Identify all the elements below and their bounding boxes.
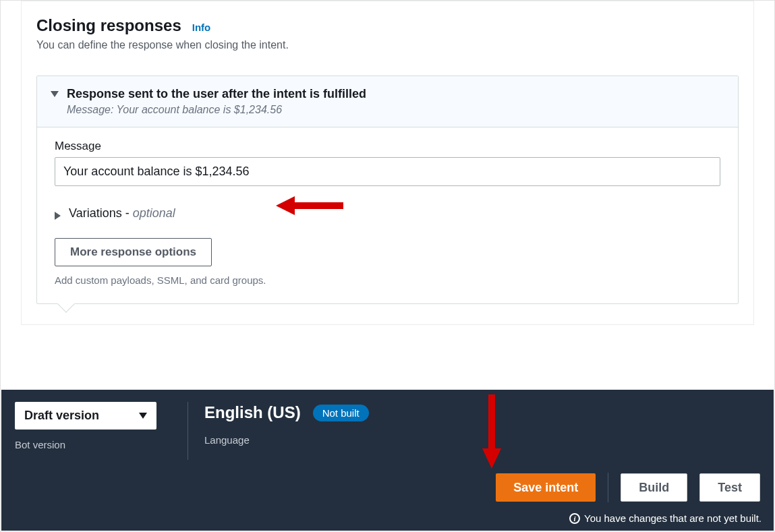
button-divider (608, 473, 608, 502)
response-card-header[interactable]: Response sent to the user after the inte… (37, 76, 738, 127)
footer-toolbar: Draft version Bot version English (US) N… (1, 390, 774, 531)
panel-title: Closing responses (36, 16, 181, 35)
variations-label: Variations - optional (69, 206, 175, 220)
test-button[interactable]: Test (699, 473, 760, 502)
more-options-hint: Add custom payloads, SSML, and card grou… (55, 274, 720, 286)
footer-divider (188, 402, 188, 460)
language-title: English (US) (204, 403, 301, 422)
variations-text: Variations - (69, 206, 133, 220)
panel-subtitle: You can define the response when closing… (36, 39, 739, 51)
status-text: You have changes that are not yet built. (584, 512, 762, 524)
build-status-badge: Not built (313, 405, 369, 421)
save-intent-button[interactable]: Save intent (496, 473, 596, 502)
variations-toggle[interactable]: Variations - optional (55, 206, 720, 220)
build-button[interactable]: Build (621, 473, 687, 502)
response-card-preview: Message: Your account balance is $1,234.… (67, 104, 724, 116)
response-card: Response sent to the user after the inte… (36, 76, 739, 304)
caret-right-icon (55, 212, 61, 220)
language-label: Language (204, 434, 369, 446)
info-icon: i (569, 513, 580, 524)
message-input[interactable] (55, 157, 720, 186)
chevron-down-icon (139, 413, 147, 419)
panel-header: Closing responses Info You can define th… (22, 1, 753, 65)
unsaved-changes-status: i You have changes that are not yet buil… (569, 512, 762, 524)
response-card-title: Response sent to the user after the inte… (67, 87, 724, 101)
bot-version-select[interactable]: Draft version (15, 402, 156, 430)
closing-responses-panel: Closing responses Info You can define th… (21, 1, 754, 325)
caret-down-icon (51, 91, 59, 97)
message-label: Message (55, 140, 720, 153)
bot-version-value: Draft version (24, 409, 99, 423)
bot-version-label: Bot version (15, 439, 171, 450)
info-link[interactable]: Info (192, 22, 211, 33)
more-response-options-button[interactable]: More response options (55, 238, 212, 266)
variations-optional-text: optional (133, 206, 175, 220)
